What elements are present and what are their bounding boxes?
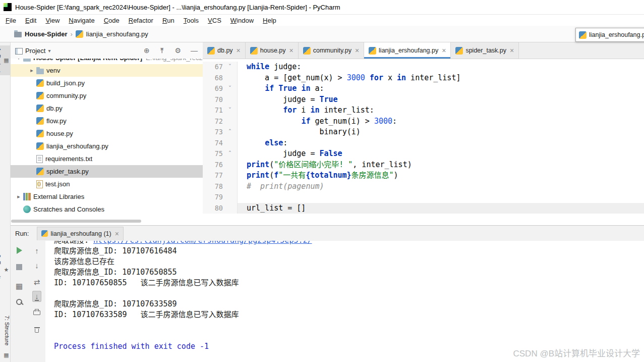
- scroll-to-end-button[interactable]: ↓: [32, 291, 41, 302]
- fold-marker-icon[interactable]: ˇ: [223, 62, 238, 73]
- breadcrumb-project[interactable]: House-Spider: [25, 30, 68, 38]
- code-line-78[interactable]: 78# print(pagenum): [203, 181, 644, 192]
- menu-item-tools[interactable]: Tools: [179, 16, 203, 25]
- floating-editor-tab[interactable]: lianjia_ershoufang.py: [575, 28, 644, 42]
- gear-icon[interactable]: ⚙: [174, 47, 181, 54]
- line-number[interactable]: 71: [203, 105, 223, 116]
- tree-item-flow-py[interactable]: flow.py: [10, 115, 203, 127]
- tree-item-community-py[interactable]: community.py: [10, 89, 203, 102]
- editor-tab-house.py[interactable]: house.py×: [246, 42, 299, 59]
- tree-item-external-libraries[interactable]: ▸External Libraries: [10, 190, 203, 203]
- close-icon[interactable]: ×: [289, 46, 294, 55]
- tool-window-button-project[interactable]: ▦ 1: Project: [0, 45, 10, 75]
- clear-console-icon[interactable]: [34, 326, 40, 333]
- close-icon[interactable]: ×: [355, 46, 359, 55]
- restore-layout-icon[interactable]: ▦: [16, 282, 23, 290]
- code-line-71[interactable]: 71ˇ for i in inter_list:: [203, 105, 644, 116]
- print-icon[interactable]: [33, 309, 40, 315]
- menu-item-help[interactable]: Help: [258, 16, 281, 25]
- close-icon[interactable]: ×: [237, 46, 241, 55]
- fold-marker-icon[interactable]: ˇ: [223, 83, 238, 94]
- menu-item-vcs[interactable]: VCS: [203, 16, 226, 25]
- line-number[interactable]: 75: [203, 148, 223, 160]
- line-number[interactable]: 74: [203, 138, 223, 149]
- editor-tab-db.py[interactable]: db.py×: [203, 42, 246, 59]
- tree-item-build_json-py[interactable]: build_json.py: [10, 77, 203, 89]
- menu-item-window[interactable]: Window: [226, 16, 258, 25]
- soft-wrap-icon[interactable]: ⇄: [34, 278, 40, 286]
- code-line-67[interactable]: 67ˇwhile judge:: [203, 62, 644, 73]
- fold-marker-icon[interactable]: ˇ: [223, 105, 238, 116]
- close-icon[interactable]: ×: [442, 46, 446, 55]
- breadcrumb-file[interactable]: lianjia_ershoufang.py: [86, 30, 148, 38]
- editor-tab-community.py[interactable]: community.py×: [299, 42, 364, 59]
- line-number[interactable]: 72: [203, 116, 223, 127]
- code-line-70[interactable]: 70 judge = True: [203, 94, 644, 106]
- tree-item-scratches-and-consoles[interactable]: Scratches and Consoles: [10, 203, 203, 216]
- tool-window-button-favorites[interactable]: ★ 2: Favorites: [0, 252, 10, 287]
- code-line-79[interactable]: 79: [203, 192, 644, 203]
- code-line-76[interactable]: 76print("价格区间缩小完毕! ", inter_list): [203, 160, 644, 171]
- line-number[interactable]: 67: [203, 62, 223, 73]
- fold-marker-icon[interactable]: ˆ: [223, 127, 238, 138]
- chevron-right-icon[interactable]: ▸: [27, 67, 36, 74]
- locate-file-icon[interactable]: ⊕: [144, 47, 150, 54]
- tree-item-root[interactable]: ▾ House-Spider [Lianjia-Rent-Spider] E:\…: [10, 59, 203, 64]
- collapse-all-icon[interactable]: ⇤: [159, 47, 166, 54]
- tool-window-button-structure[interactable]: 7: Structure: [0, 313, 10, 348]
- console[interactable]: 爬取链接: https://cs.lianjia.com/ershoufang/…: [45, 241, 644, 362]
- menu-item-run[interactable]: Run: [158, 16, 179, 25]
- tool-windows-quick-access-icon[interactable]: ▦: [0, 349, 10, 361]
- code-line-75[interactable]: 75ˆ judge = False: [203, 148, 644, 160]
- tree-item-house-py[interactable]: house.py: [10, 127, 203, 140]
- line-number[interactable]: 68: [203, 73, 223, 84]
- close-icon[interactable]: ×: [115, 230, 119, 238]
- chevron-down-icon[interactable]: ▾: [48, 48, 50, 54]
- code-line-73[interactable]: 73ˆ binary(i): [203, 127, 644, 138]
- menu-item-refactor[interactable]: Refactor: [124, 16, 158, 25]
- editor-tab-spider_task.py[interactable]: spider_task.py×: [451, 42, 519, 59]
- menu-item-file[interactable]: File: [1, 16, 21, 25]
- code-line-68[interactable]: 68 a = [get_num(x) > 3000 for x in inter…: [203, 73, 644, 84]
- hide-panel-icon[interactable]: —: [191, 47, 198, 54]
- menu-item-navigate[interactable]: Navigate: [64, 16, 99, 25]
- stop-button[interactable]: [16, 264, 22, 270]
- chevron-down-icon[interactable]: ▾: [14, 59, 23, 61]
- line-number[interactable]: 69: [203, 83, 223, 94]
- up-stack-trace-icon[interactable]: ↑: [35, 247, 39, 254]
- code-line-77[interactable]: 77print(f"一共有{totalnum}条房源信息"): [203, 170, 644, 181]
- console-link[interactable]: https://cs.lianjia.com/ershoufang/pg2sp4…: [93, 241, 312, 245]
- code-line-72[interactable]: 72 if get_num(i) > 3000:: [203, 116, 644, 127]
- tree-item-spider_task-py[interactable]: spider_task.py: [10, 165, 203, 178]
- menu-item-code[interactable]: Code: [99, 16, 124, 25]
- line-number[interactable]: 78: [203, 181, 223, 192]
- code-line-74[interactable]: 74 else:: [203, 138, 644, 149]
- menu-item-view[interactable]: View: [41, 16, 64, 25]
- tree-item-requirements-txt[interactable]: requirements.txt: [10, 152, 203, 165]
- tree-item-lianjia_ershoufang-py[interactable]: lianjia_ershoufang.py: [10, 140, 203, 152]
- run-tab[interactable]: lianjia_ershoufang (1) ×: [37, 227, 123, 240]
- tree-item-venv[interactable]: ▸venv: [10, 64, 203, 77]
- code-line-69[interactable]: 69ˇ if True in a:: [203, 83, 644, 94]
- project-view-selector[interactable]: Project: [25, 47, 45, 55]
- close-icon[interactable]: ×: [510, 46, 514, 55]
- code-line-80[interactable]: 80url_list = []: [203, 203, 644, 214]
- line-number[interactable]: 73: [203, 127, 223, 138]
- down-stack-trace-icon[interactable]: ↓: [35, 262, 39, 269]
- line-number[interactable]: 80: [203, 203, 223, 214]
- tree-item-db-py[interactable]: db.py: [10, 102, 203, 115]
- line-number[interactable]: 79: [203, 192, 223, 203]
- tree-item-label: community.py: [46, 92, 86, 99]
- project-horizontal-scrollbar[interactable]: [11, 220, 141, 223]
- editor-tab-lianjia_ershoufang.py[interactable]: lianjia_ershoufang.py×: [364, 42, 451, 59]
- pin-tab-icon[interactable]: [16, 299, 22, 305]
- line-number[interactable]: 76: [203, 160, 223, 171]
- menu-item-edit[interactable]: Edit: [21, 16, 41, 25]
- tree-item-test-json[interactable]: test.json: [10, 178, 203, 190]
- chevron-right-icon[interactable]: ▸: [14, 193, 23, 200]
- line-number[interactable]: 70: [203, 94, 223, 106]
- rerun-button[interactable]: [17, 247, 22, 254]
- fold-marker-icon[interactable]: ˆ: [223, 148, 238, 160]
- line-number[interactable]: 77: [203, 170, 223, 181]
- code-area[interactable]: 67ˇwhile judge:68 a = [get_num(x) > 3000…: [203, 59, 644, 225]
